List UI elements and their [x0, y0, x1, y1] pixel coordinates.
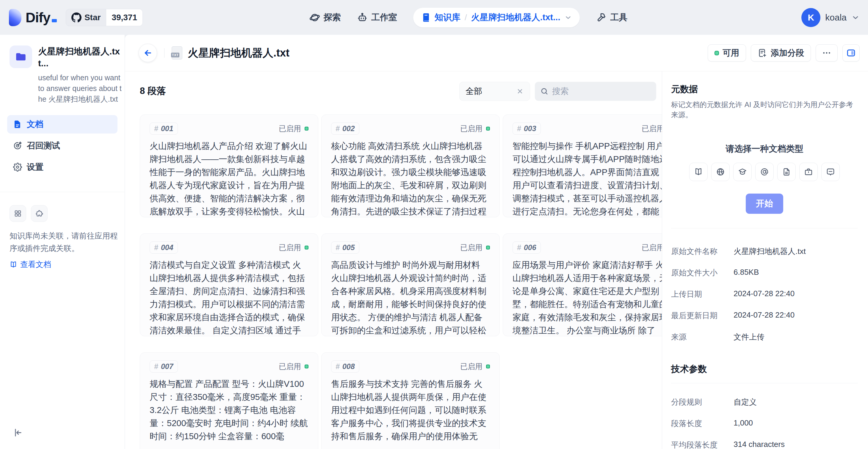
- folder-icon: [9, 45, 32, 68]
- doc-type-mention-button[interactable]: [755, 163, 774, 181]
- segment-search[interactable]: [535, 82, 656, 101]
- doc-type-book-button[interactable]: [689, 163, 708, 181]
- segment-text: 智能控制与操作 手机APP远程控制 用户可以通过火山牌专属手机APP随时随地远程…: [513, 139, 671, 218]
- enabled-dot-icon: [486, 246, 490, 250]
- segment-text: 火山牌扫地机器人产品介绍 欢迎了解火山牌扫地机器人——一款集创新科技与卓越性能于…: [150, 139, 308, 218]
- choose-doc-type-label: 请选择一种文档类型: [671, 143, 858, 155]
- enabled-dot-icon: [305, 364, 308, 368]
- segment-id-badge: #007: [150, 360, 178, 373]
- clear-filter-icon[interactable]: [516, 88, 524, 95]
- sidebar-item-documents[interactable]: 文档: [7, 115, 118, 133]
- segment-text: 清洁模式与自定义设置 多种清洁模式 火山牌扫地机器人提供多种清洁模式，包括全屋清…: [150, 258, 308, 337]
- nav-item-studio[interactable]: 工作室: [357, 11, 397, 24]
- chat-icon: [826, 167, 835, 176]
- robot-icon: [357, 12, 368, 23]
- segment-id-badge: #004: [150, 242, 178, 254]
- puzzle-icon: [35, 210, 43, 217]
- segment-card[interactable]: #003 已启用 智能控制与操作 手机APP远程控制 用户可以通过火山牌专属手机…: [503, 115, 681, 217]
- tech-params-title: 技术参数: [671, 363, 858, 375]
- segment-id-badge: #005: [331, 242, 359, 254]
- breadcrumb: 知识库 / 火星牌扫地机器人.txt...: [413, 8, 580, 27]
- dataset-description: useful for when you want to answer queri…: [38, 72, 124, 104]
- doc-type-chat-button[interactable]: [821, 163, 840, 181]
- plugin-button[interactable]: [31, 205, 48, 222]
- sidebar-item-retrieval-test[interactable]: 召回测试: [7, 136, 118, 155]
- logo-underscore: [52, 19, 57, 22]
- doc-type-paper-button[interactable]: [777, 163, 796, 181]
- status-filter-dropdown[interactable]: 全部: [459, 82, 530, 101]
- field-segment-rule: 分段规则 自定义: [671, 397, 858, 407]
- enabled-dot-icon: [305, 127, 308, 131]
- doc-type-academic-button[interactable]: [733, 163, 752, 181]
- segment-status: 已启用: [279, 243, 308, 252]
- dify-logo: Dify: [9, 9, 57, 26]
- txt-file-icon: [172, 46, 182, 60]
- enabled-dot-icon: [305, 246, 308, 250]
- segment-id-badge: #006: [513, 242, 541, 254]
- chevron-down-icon: [851, 13, 860, 22]
- add-segment-icon: [757, 48, 767, 58]
- academic-icon: [738, 167, 747, 176]
- field-original-filename: 原始文件名称 火星牌扫地机器人.txt: [671, 246, 858, 257]
- start-button[interactable]: 开始: [746, 194, 783, 214]
- doc-type-web-button[interactable]: [711, 163, 730, 181]
- segment-text: 规格与配置 产品配置 型号：火山牌V100 尺寸：直径350毫米，高度95毫米 …: [150, 377, 308, 443]
- gear-icon: [13, 163, 22, 171]
- enabled-dot-icon: [486, 364, 490, 368]
- chevron-down-icon[interactable]: [564, 14, 572, 22]
- more-button[interactable]: [816, 44, 838, 62]
- sidebar-item-settings[interactable]: 设置: [7, 158, 118, 176]
- breadcrumb-document[interactable]: 火星牌扫地机器人.txt...: [471, 11, 560, 24]
- dataset-sidebar: 火星牌扫地机器人.txt... useful for when you want…: [0, 35, 125, 449]
- status-green-dot-icon: [714, 51, 719, 55]
- metadata-panel-toggle-button[interactable]: [842, 44, 860, 62]
- add-segment-button[interactable]: 添加分段: [751, 44, 811, 62]
- document-icon: [13, 120, 22, 129]
- github-star-label: Star: [85, 13, 100, 22]
- web-page-icon: [716, 167, 725, 176]
- segment-card[interactable]: #001 已启用 火山牌扫地机器人产品介绍 欢迎了解火山牌扫地机器人——一款集创…: [140, 115, 318, 217]
- back-button[interactable]: [138, 44, 157, 62]
- apps-grid-button[interactable]: [9, 205, 26, 222]
- segment-id-badge: #001: [150, 123, 178, 135]
- segment-card[interactable]: #007 已启用 规格与配置 产品配置 型号：火山牌V100 尺寸：直径350毫…: [140, 352, 318, 449]
- metadata-title: 元数据: [671, 83, 858, 95]
- user-menu[interactable]: K koala: [801, 0, 860, 35]
- paper-icon: [782, 167, 791, 176]
- status-available-button[interactable]: 可用: [708, 44, 746, 62]
- view-docs-link[interactable]: 查看文档: [9, 259, 120, 270]
- segment-card[interactable]: #006 已启用 应用场景与用户评价 家庭清洁好帮手 火山牌扫地机器人适用于各种…: [503, 233, 681, 336]
- segment-text: 售后服务与技术支持 完善的售后服务 火山牌扫地机器人提供两年质保，用户在使用过程…: [331, 377, 490, 443]
- dataset-title: 火星牌扫地机器人.txt...: [38, 45, 124, 69]
- target-icon: [13, 141, 22, 150]
- segment-count-heading: 8 段落: [140, 85, 166, 97]
- segment-status: 已启用: [279, 124, 308, 133]
- segment-id-badge: #003: [513, 123, 541, 135]
- doc-type-selector: [671, 163, 858, 181]
- segment-status: 已启用: [279, 361, 308, 372]
- github-star-count: 39,371: [106, 9, 143, 26]
- github-star-widget[interactable]: Star 39,371: [66, 9, 143, 26]
- segment-text: 核心功能 高效清扫系统 火山牌扫地机器人搭载了高效的清扫系统，包含强力吸尘和双边…: [331, 139, 490, 218]
- segment-status: 已启用: [460, 361, 490, 372]
- collapse-sidebar-button[interactable]: [12, 427, 23, 438]
- doc-type-business-button[interactable]: [799, 163, 818, 181]
- segment-card[interactable]: #005 已启用 高品质设计与维护 时尚外观与耐用材料 火山牌扫地机器人外观设计…: [321, 233, 500, 336]
- nav-item-knowledge[interactable]: 知识库: [421, 11, 461, 24]
- metadata-panel: 元数据 标记文档的元数据允许 AI 及时访问它们并为用户公开参考来源。 请选择一…: [662, 71, 868, 449]
- nav-item-explore[interactable]: 探索: [309, 11, 341, 24]
- segment-card[interactable]: #008 已启用 售后服务与技术支持 完善的售后服务 火山牌扫地机器人提供两年质…: [321, 352, 500, 449]
- segment-card[interactable]: #004 已启用 清洁模式与自定义设置 多种清洁模式 火山牌扫地机器人提供多种清…: [140, 233, 318, 336]
- layout-right-icon: [846, 48, 856, 58]
- panel-divider: [671, 228, 858, 228]
- segment-status: 已启用: [460, 243, 490, 252]
- nav-item-tools[interactable]: 工具: [596, 11, 627, 24]
- segment-id-badge: #008: [331, 360, 359, 373]
- segment-card[interactable]: #002 已启用 核心功能 高效清扫系统 火山牌扫地机器人搭载了高效的清扫系统，…: [321, 115, 500, 217]
- search-input[interactable]: [552, 87, 651, 96]
- search-icon: [540, 87, 549, 95]
- field-source: 来源 文件上传: [671, 332, 858, 342]
- user-name: koala: [825, 12, 846, 23]
- tech-params-fields: 分段规则 自定义 段落长度 1,000 平均段落长度 314 character…: [671, 397, 858, 449]
- avatar[interactable]: K: [801, 8, 820, 27]
